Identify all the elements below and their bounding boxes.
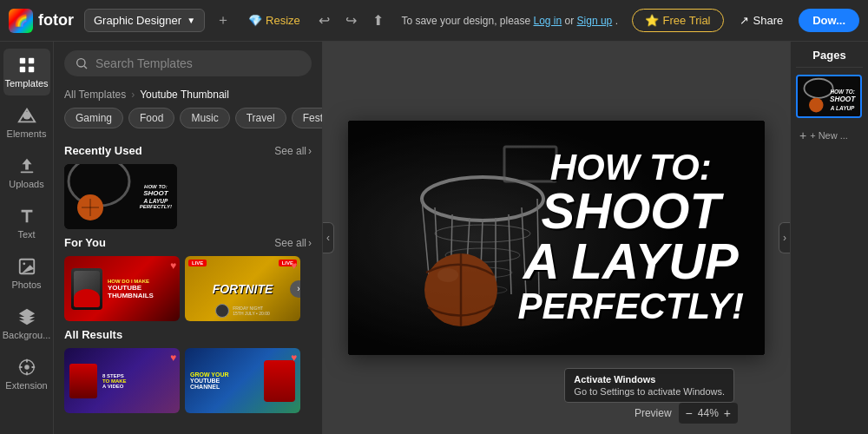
svg-rect-3 (28, 67, 33, 72)
share-icon: ↗ (740, 14, 749, 27)
recently-used-header: Recently Used See all › (64, 144, 312, 157)
add-button[interactable]: ＋ (212, 7, 234, 34)
logo-text: fotor (38, 11, 74, 30)
canvas-area: ‹ (323, 42, 790, 434)
all-results-title: All Results (64, 328, 122, 341)
sidebar-item-templates-label: Templates (4, 78, 48, 89)
for-you-header: For You See all › (64, 236, 312, 249)
svg-point-8 (24, 365, 30, 370)
photo-icon (17, 257, 36, 276)
chip-travel[interactable]: Travel (235, 108, 286, 128)
share-button[interactable]: ↗ Share (731, 10, 792, 31)
for-you-title: For You (64, 236, 106, 249)
zoom-out-button[interactable]: − (686, 406, 693, 420)
svg-rect-2 (19, 67, 24, 72)
text-icon (17, 207, 36, 226)
grid-icon (17, 56, 36, 75)
preview-button[interactable]: Preview (635, 407, 672, 419)
svg-text:A LAYUP: A LAYUP (830, 105, 855, 111)
for-you-template-2[interactable]: LIVE LIVE FORTNITE FRIDAY NIGHT15TH JULY… (185, 256, 300, 321)
free-trial-button[interactable]: ⭐ Free Trial (632, 9, 724, 32)
download-button[interactable]: Dow... (799, 9, 859, 32)
collapse-panel-right-button[interactable]: › (779, 222, 790, 253)
graphic-designer-button[interactable]: Graphic Designer ▼ (84, 9, 205, 32)
breadcrumb-root[interactable]: All Templates (64, 89, 126, 101)
page-thumb-svg: HOW TO: SHOOT A LAYUP (798, 76, 860, 116)
templates-panel: All Templates › Youtube Thumbnail Gaming… (54, 42, 323, 434)
sidebar-item-templates[interactable]: Templates (3, 49, 50, 95)
chevron-down-icon: ▼ (187, 16, 195, 25)
recently-used-grid: HOW TO: SHOOT A LAYUP PERFECTLY! (64, 164, 312, 229)
redo-button[interactable]: ↪ (341, 8, 361, 33)
sidebar-item-text-label: Text (17, 229, 35, 240)
sidebar-item-background-label: Backgrou... (3, 330, 51, 340)
logo-icon: 🌈 (9, 9, 33, 33)
sidebar-item-elements[interactable]: Elements (3, 99, 50, 146)
canvas-text-line3: A LAYUP (517, 236, 744, 286)
sidebar-item-photos[interactable]: Photos (3, 250, 50, 297)
canvas-text-overlay: HOW TO: SHOOT A LAYUP PERFECTLY! (517, 149, 744, 326)
search-input[interactable] (95, 56, 301, 70)
undo-button[interactable]: ↩ (314, 8, 334, 33)
svg-line-11 (84, 66, 87, 69)
topbar: 🌈 fotor Graphic Designer ▼ ＋ 💎 Resize ↩ … (0, 0, 868, 42)
search-bar (54, 42, 322, 85)
favorite-icon-1: ♥ (170, 260, 176, 272)
activate-windows-notice: Activate Windows Go to Settings to activ… (564, 368, 734, 403)
app-logo: 🌈 fotor (9, 9, 74, 33)
canvas-text-line1: HOW TO: (517, 149, 744, 186)
chip-gaming[interactable]: Gaming (64, 108, 123, 128)
canvas-text-line2: SHOOT (517, 186, 744, 236)
canvas-bottom-bar: Preview − 44% + (635, 403, 738, 424)
svg-rect-5 (20, 171, 33, 173)
chip-food[interactable]: Food (128, 108, 174, 128)
canvas-text-line4: PERFECTLY! (517, 286, 744, 326)
sidebar-item-uploads-label: Uploads (9, 179, 43, 189)
all-result-1[interactable]: 8 STEPS TO MAKE A VIDEO ♥ (64, 348, 180, 413)
icon-nav: Templates Elements Uploads Text Photos B… (0, 42, 54, 434)
upload-icon (17, 156, 36, 175)
collapse-panel-left-button[interactable]: ‹ (323, 222, 334, 253)
page-1-preview: HOW TO: SHOOT A LAYUP (798, 76, 860, 116)
panel-content: Recently Used See all › (54, 137, 322, 434)
chip-festi[interactable]: Festi... (292, 108, 322, 128)
favorite-icon-3: ♥ (170, 352, 176, 364)
zoom-in-button[interactable]: + (724, 406, 731, 420)
login-link[interactable]: Log in (534, 15, 562, 27)
chip-music[interactable]: Music (180, 108, 229, 128)
search-input-wrap (64, 50, 312, 76)
filter-chips: Gaming Food Music Travel Festi... (54, 108, 322, 137)
all-result-2[interactable]: GROW YOUR YOUTUBE CHANNEL ♥ (185, 348, 300, 413)
layers-icon (17, 307, 36, 326)
upload-button[interactable]: ⬆ (368, 8, 388, 33)
svg-rect-1 (28, 58, 33, 63)
recently-used-title: Recently Used (64, 144, 142, 157)
for-you-see-all[interactable]: See all › (274, 237, 312, 249)
recently-used-see-all[interactable]: See all › (274, 145, 312, 157)
sidebar-item-text[interactable]: Text (3, 200, 50, 247)
canvas-frame: HOW TO: SHOOT A LAYUP PERFECTLY! (348, 121, 765, 355)
sidebar-item-photos-label: Photos (11, 279, 41, 290)
svg-text:SHOOT: SHOOT (830, 95, 856, 103)
all-results-header: All Results (64, 328, 312, 341)
sidebar-item-extension[interactable]: Extension (3, 351, 50, 398)
sidebar-item-background[interactable]: Backgrou... (3, 300, 50, 347)
extension-icon (17, 358, 36, 377)
add-page-button[interactable]: + + New ... (796, 125, 863, 146)
svg-point-7 (23, 262, 25, 265)
resize-button[interactable]: 💎 Resize (241, 10, 307, 31)
all-results-grid: 8 STEPS TO MAKE A VIDEO ♥ GROW YOUR YOUT… (64, 348, 312, 413)
shapes-icon (17, 106, 36, 125)
breadcrumb-current: Youtube Thumbnail (140, 89, 229, 101)
sidebar-item-extension-label: Extension (5, 380, 47, 391)
page-1-thumbnail[interactable]: HOW TO: SHOOT A LAYUP (796, 75, 862, 118)
sidebar-item-uploads[interactable]: Uploads (3, 149, 50, 196)
recent-template-bball[interactable]: HOW TO: SHOOT A LAYUP PERFECTLY! (64, 164, 177, 229)
for-you-template-1[interactable]: HOW DO I MAKE YOUTUBE THUMBNAILS ♥ (64, 256, 180, 321)
signup-link[interactable]: Sign up (577, 15, 613, 27)
pages-title: Pages (796, 49, 863, 68)
svg-point-10 (77, 59, 85, 67)
favorite-icon-2: ♥ (291, 260, 297, 272)
sidebar-item-elements-label: Elements (7, 128, 47, 139)
canvas-image: HOW TO: SHOOT A LAYUP PERFECTLY! (348, 121, 765, 355)
